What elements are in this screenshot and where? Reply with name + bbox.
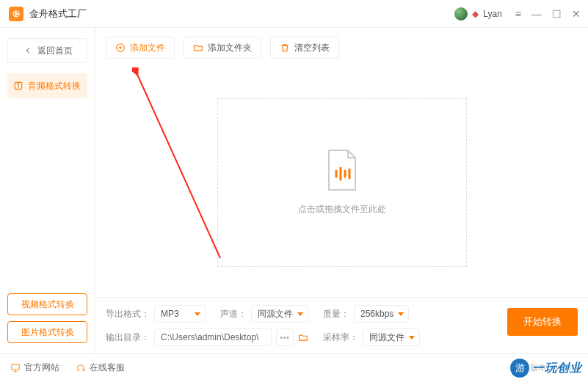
output-dir-input[interactable]: C:\Users\admin\Desktop\: [154, 328, 272, 346]
toolbar: 添加文件 添加文件夹 清空列表: [95, 28, 588, 67]
convert-button-label: 开始转换: [523, 315, 562, 328]
sidebar: 返回首页 音频格式转换 视频格式转换 图片格式转换: [0, 28, 95, 353]
main-panel: 添加文件 添加文件夹 清空列表: [95, 28, 588, 353]
svg-rect-8: [12, 364, 20, 370]
open-folder-button[interactable]: [298, 332, 308, 342]
back-home-button[interactable]: 返回首页: [7, 38, 87, 63]
sample-rate-label: 采样率：: [323, 331, 358, 344]
back-home-label: 返回首页: [37, 45, 73, 57]
quality-group: 质量： 256kbps: [323, 305, 409, 323]
footer: 官方网站 在线客服 版本：V2.3.3: [0, 353, 588, 381]
user-area[interactable]: ◆ Lyan: [454, 7, 502, 21]
back-arrow-icon: [23, 45, 33, 56]
trash-icon: [280, 43, 290, 53]
sidebar-link-label: 图片格式转换: [21, 326, 74, 339]
folder-open-icon: [298, 332, 308, 342]
channel-label: 声道：: [220, 308, 247, 320]
convert-button[interactable]: 开始转换: [507, 308, 578, 336]
online-support-label: 在线客服: [90, 361, 125, 374]
maximize-button[interactable]: ☐: [552, 8, 562, 20]
sample-rate-group: 采样率： 同源文件: [323, 328, 420, 346]
online-support-link[interactable]: 在线客服: [76, 361, 125, 374]
output-dir-group: 输出目录： C:\Users\admin\Desktop\ •••: [106, 328, 308, 346]
app-logo-icon: [9, 7, 23, 21]
add-file-label: 添加文件: [130, 42, 165, 54]
plus-circle-icon: [115, 43, 126, 53]
audio-file-icon: [324, 149, 360, 193]
drop-zone[interactable]: 点击或拖拽文件至此处: [217, 98, 467, 267]
svg-line-3: [136, 71, 220, 258]
official-site-link[interactable]: 官方网站: [10, 361, 59, 374]
version-text: 版本：V2.3.3: [530, 362, 578, 373]
user-name: Lyan: [483, 9, 502, 19]
window-controls: ≡ — ☐ ✕: [515, 8, 581, 20]
monitor-icon: [10, 363, 21, 373]
quality-select[interactable]: 256kbps: [354, 305, 409, 323]
sidebar-link-image-convert[interactable]: 图片格式转换: [7, 321, 87, 343]
add-folder-label: 添加文件夹: [208, 42, 252, 54]
audio-convert-icon: [13, 81, 23, 91]
output-dir-label: 输出目录：: [106, 331, 150, 344]
app-title: 金舟格式工厂: [29, 7, 454, 21]
clear-list-button[interactable]: 清空列表: [270, 37, 339, 59]
channel-select[interactable]: 同源文件: [251, 305, 308, 323]
avatar: [454, 7, 468, 21]
settings-panel: 导出格式： MP3 声道： 同源文件 质量： 256kbps 输出目录： C:\…: [95, 297, 588, 353]
export-format-group: 导出格式： MP3: [106, 305, 206, 323]
minimize-button[interactable]: —: [531, 8, 542, 20]
export-format-label: 导出格式：: [106, 308, 150, 320]
quality-label: 质量：: [323, 308, 349, 320]
headset-icon: [76, 363, 86, 373]
add-folder-button[interactable]: 添加文件夹: [184, 37, 261, 59]
menu-icon[interactable]: ≡: [515, 8, 521, 20]
sidebar-tab-audio-convert[interactable]: 音频格式转换: [7, 73, 87, 98]
add-file-button[interactable]: 添加文件: [106, 37, 175, 59]
titlebar: 金舟格式工厂 ◆ Lyan ≡ — ☐ ✕: [0, 0, 588, 28]
export-format-select[interactable]: MP3: [154, 305, 206, 323]
sidebar-link-label: 视频格式转换: [21, 298, 74, 311]
sidebar-tab-label: 音频格式转换: [28, 80, 81, 92]
channel-group: 声道： 同源文件: [220, 305, 308, 323]
drop-hint: 点击或拖拽文件至此处: [298, 203, 386, 216]
official-site-label: 官方网站: [24, 361, 59, 374]
clear-list-label: 清空列表: [294, 42, 330, 54]
sidebar-link-video-convert[interactable]: 视频格式转换: [7, 293, 87, 315]
browse-button[interactable]: •••: [276, 328, 294, 346]
folder-icon: [193, 43, 203, 53]
sample-rate-select[interactable]: 同源文件: [363, 328, 420, 346]
close-button[interactable]: ✕: [572, 8, 581, 20]
drop-area-wrapper: 点击或拖拽文件至此处: [95, 67, 588, 297]
vip-gem-icon: ◆: [472, 9, 479, 19]
